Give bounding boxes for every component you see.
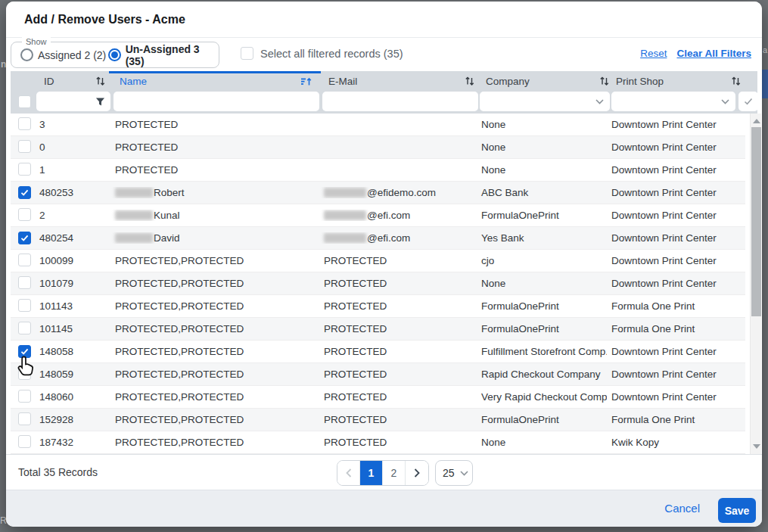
chevron-down-icon — [460, 471, 468, 476]
row-checkbox[interactable] — [18, 208, 31, 221]
row-checkbox[interactable] — [18, 390, 31, 403]
row-checkbox-cell — [11, 254, 35, 269]
name-filter-input[interactable] — [113, 92, 319, 111]
select-all-filtered-checkbox[interactable]: Select all filtered records (35) — [241, 47, 403, 60]
table-row[interactable]: 148058PROTECTED,PROTECTEDPROTECTEDFulfil… — [11, 341, 745, 363]
company-filter-select[interactable] — [480, 92, 610, 111]
cell-id: 2 — [35, 210, 110, 221]
table-body: 3PROTECTEDNoneDowntown Print Center0PROT… — [11, 114, 745, 454]
sort-updown-icon[interactable] — [731, 76, 741, 89]
show-filter-group: Show Assigned 2 (2) Un-Assigned 3 (35) — [11, 42, 219, 68]
row-checkbox[interactable] — [18, 232, 31, 244]
cell-id: 148059 — [35, 369, 110, 380]
row-checkbox[interactable] — [18, 163, 31, 176]
table-row[interactable]: 100099PROTECTED,PROTECTEDPROTECTEDcjoDow… — [11, 250, 745, 272]
cell-print-shop: Downtown Print Center — [607, 210, 741, 221]
cell-name: PROTECTED,PROTECTED — [110, 369, 319, 380]
cell-email: PROTECTED — [319, 414, 477, 425]
table-row[interactable]: 480254David@efi.comYes BankDowntown Prin… — [11, 227, 745, 250]
row-checkbox[interactable] — [18, 276, 31, 289]
print-shop-filter-select[interactable] — [611, 92, 735, 111]
table-row[interactable]: 1PROTECTEDNoneDowntown Print Center — [11, 159, 745, 182]
redacted-text — [324, 210, 366, 220]
cell-print-shop: Formula One Print — [607, 414, 741, 425]
page-size-select[interactable]: 25 — [435, 460, 473, 486]
row-checkbox[interactable] — [18, 186, 31, 199]
apply-filter-check-button[interactable] — [738, 92, 758, 111]
cell-print-shop: Formula One Print — [607, 300, 741, 312]
table-row[interactable]: 101143PROTECTED,PROTECTEDPROTECTEDFormul… — [11, 295, 745, 318]
row-checkbox-cell — [11, 117, 35, 132]
previous-page-button[interactable] — [337, 461, 360, 485]
filter-funnel-icon[interactable] — [95, 96, 105, 110]
vertical-scrollbar[interactable] — [750, 114, 761, 454]
cancel-button[interactable]: Cancel — [664, 502, 700, 515]
row-checkbox[interactable] — [18, 254, 31, 266]
check-icon — [20, 189, 29, 196]
row-checkbox-cell — [11, 276, 35, 291]
column-header-company[interactable]: Company — [486, 76, 530, 87]
row-checkbox-cell — [11, 232, 35, 244]
hand-cursor-icon — [16, 355, 37, 379]
row-checkbox-cell — [11, 390, 35, 405]
row-checkbox[interactable] — [18, 322, 31, 334]
radio-assigned[interactable]: Assigned 2 (2) — [20, 42, 106, 67]
row-checkbox[interactable] — [18, 140, 31, 153]
page-2-button[interactable]: 2 — [383, 461, 406, 485]
table-row[interactable]: 101079PROTECTED,PROTECTEDPROTECTEDNoneDo… — [11, 272, 745, 295]
radio-checked-icon — [108, 48, 121, 61]
header-select-all-checkbox[interactable] — [18, 95, 31, 108]
clear-all-filters-link[interactable]: Clear All Filters — [676, 48, 751, 59]
page-1-button[interactable]: 1 — [360, 461, 383, 485]
cell-id: 0 — [35, 142, 110, 153]
column-header-email[interactable]: E-Mail — [328, 76, 357, 87]
cell-company: None — [477, 278, 607, 289]
radio-unassigned[interactable]: Un-Assigned 3 (35) — [108, 42, 219, 67]
row-checkbox[interactable] — [18, 117, 31, 130]
row-checkbox[interactable] — [18, 435, 31, 448]
reset-link[interactable]: Reset — [640, 48, 667, 59]
row-checkbox[interactable] — [18, 299, 31, 312]
cell-email: PROTECTED — [319, 391, 477, 403]
column-header-id[interactable]: ID — [44, 76, 54, 87]
cell-email: PROTECTED — [319, 255, 477, 266]
cell-print-shop: Downtown Print Center — [607, 232, 741, 244]
next-page-button[interactable] — [406, 461, 428, 485]
cell-id: 480253 — [35, 187, 110, 198]
scroll-up-icon[interactable] — [753, 119, 760, 123]
table-row[interactable]: 2Kunal@efi.comFormulaOnePrintDowntown Pr… — [11, 204, 745, 227]
table-row[interactable]: 3PROTECTEDNoneDowntown Print Center — [11, 114, 745, 136]
sort-updown-icon[interactable] — [95, 76, 105, 89]
row-checkbox-cell — [11, 140, 35, 155]
column-header-print-shop[interactable]: Print Shop — [616, 76, 664, 87]
table-footer: Total 35 Records 1 2 25 — [6, 454, 762, 490]
total-records-label: Total 35 Records — [18, 466, 98, 478]
cell-print-shop: Downtown Print Center — [607, 119, 741, 130]
cell-company: Rapid Checkout Company — [477, 369, 607, 380]
cell-company: Fulfillment Storefront Comp... — [477, 346, 607, 357]
row-checkbox-cell — [11, 412, 35, 428]
row-checkbox-cell — [11, 186, 35, 199]
sort-ascending-icon[interactable] — [301, 76, 312, 89]
redacted-text — [115, 188, 153, 198]
save-button[interactable]: Save — [718, 498, 756, 523]
email-filter-input[interactable] — [322, 92, 478, 111]
table-row[interactable]: 152928PROTECTED,PROTECTEDPROTECTEDFormul… — [11, 409, 745, 431]
row-checkbox[interactable] — [18, 412, 31, 425]
scroll-down-icon[interactable] — [753, 444, 760, 449]
sort-updown-icon[interactable] — [465, 76, 474, 89]
cell-email: PROTECTED — [319, 369, 477, 380]
table-row[interactable]: 148059PROTECTED,PROTECTEDPROTECTEDRapid … — [11, 363, 745, 386]
cell-company: FormulaOnePrint — [477, 210, 607, 221]
check-icon — [20, 348, 29, 355]
add-remove-users-modal: Add / Remove Users - Acme Show Assigned … — [6, 2, 762, 527]
table-row[interactable]: 148060PROTECTED,PROTECTEDPROTECTEDVery R… — [11, 386, 745, 409]
sort-updown-icon[interactable] — [599, 76, 609, 89]
table-row[interactable]: 0PROTECTEDNoneDowntown Print Center — [11, 136, 745, 159]
table-row[interactable]: 101145PROTECTED,PROTECTEDPROTECTEDFormul… — [11, 318, 745, 341]
scrollbar-thumb[interactable] — [751, 127, 761, 316]
table-row[interactable]: 480253Robert@efidemo.comABC BankDowntown… — [11, 182, 745, 204]
column-header-name[interactable]: Name — [120, 76, 147, 87]
table-row[interactable]: 187432PROTECTED,PROTECTEDPROTECTEDNoneKw… — [11, 431, 745, 454]
cell-print-shop: Downtown Print Center — [607, 142, 741, 153]
